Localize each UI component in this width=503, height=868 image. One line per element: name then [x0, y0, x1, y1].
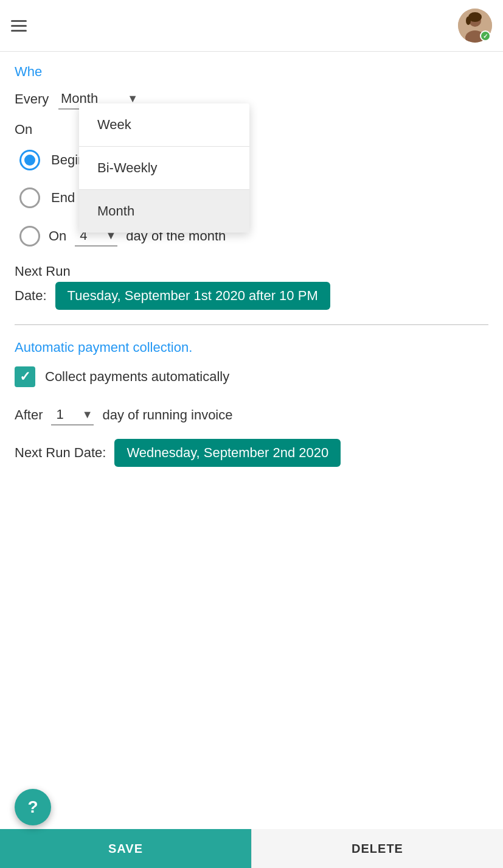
when-label: Whe [15, 64, 488, 80]
on-label: On [15, 122, 51, 138]
avatar[interactable] [458, 9, 492, 43]
radio-onday[interactable] [19, 226, 40, 247]
auto-payment-label: Automatic payment collection. [15, 340, 488, 355]
next-run-date-badge: Tuesday, September 1st 2020 after 10 PM [55, 282, 330, 310]
after-label: After [15, 407, 43, 423]
online-badge [480, 30, 491, 41]
next-run-title: Next Run [15, 264, 488, 279]
after-select-wrapper: 123 45710 ▼ [51, 404, 94, 425]
collect-payments-label: Collect payments automatically [45, 369, 229, 385]
after-select[interactable]: 123 45710 [51, 404, 94, 425]
next-run-date-label: Date: [15, 288, 47, 304]
radio-onday-prefix: On [49, 228, 66, 244]
save-button[interactable]: SAVE [0, 829, 251, 868]
help-icon: ? [27, 797, 38, 817]
main-content: Whe Every Week Bi-Weekly Month ▼ On Begi… [0, 52, 503, 496]
help-fab-button[interactable]: ? [15, 789, 51, 825]
bottom-bar: SAVE DELETE [0, 829, 503, 868]
delete-button[interactable]: DELETE [251, 829, 503, 868]
after-row: After 123 45710 ▼ day of running invoice [15, 404, 488, 425]
dropdown-item-biweekly[interactable]: Bi-Weekly [79, 147, 249, 189]
collect-payments-checkbox[interactable] [15, 366, 35, 387]
radio-beginning[interactable] [19, 150, 40, 170]
header [0, 0, 503, 52]
next-run2-label: Next Run Date: [15, 445, 106, 461]
next-run-date-row: Date: Tuesday, September 1st 2020 after … [15, 282, 488, 310]
dropdown-item-week[interactable]: Week [79, 103, 249, 146]
radio-end[interactable] [19, 187, 40, 208]
dropdown-item-month[interactable]: Month [79, 190, 249, 233]
frequency-dropdown: Week Bi-Weekly Month [79, 103, 249, 233]
next-run2-row: Next Run Date: Wednesday, September 2nd … [15, 439, 488, 467]
every-label: Every [15, 91, 51, 107]
after-suffix: day of running invoice [102, 407, 232, 423]
svg-point-4 [466, 16, 471, 25]
section-divider [15, 324, 488, 325]
next-run2-date-badge: Wednesday, September 2nd 2020 [114, 439, 341, 467]
next-run-section: Next Run Date: Tuesday, September 1st 20… [15, 264, 488, 310]
menu-icon[interactable] [11, 20, 27, 32]
collect-payments-row: Collect payments automatically [15, 366, 488, 387]
